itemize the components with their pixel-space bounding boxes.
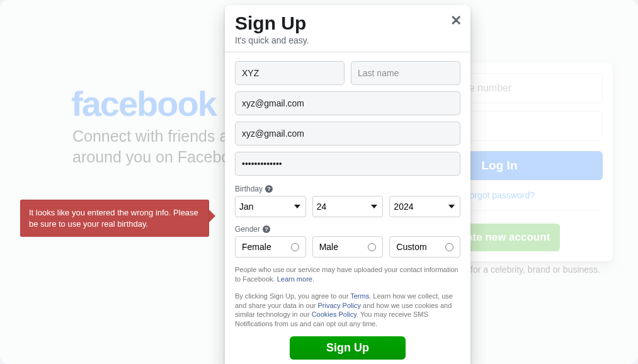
modal-title: Sign Up — [235, 13, 460, 34]
email-confirm-input[interactable] — [235, 122, 460, 145]
gender-label: Gender ? — [235, 225, 460, 234]
birth-day-select[interactable]: 24 — [312, 196, 384, 217]
modal-header: Sign Up It's quick and easy. ✕ — [225, 5, 470, 52]
gender-male-option[interactable]: Male — [312, 236, 384, 258]
help-icon[interactable]: ? — [265, 185, 273, 193]
gender-female-option[interactable]: Female — [235, 236, 306, 258]
birth-month-select[interactable]: Jan — [235, 196, 306, 217]
privacy-link[interactable]: Privacy Policy — [317, 302, 360, 309]
learn-more-link[interactable]: Learn more — [277, 275, 312, 283]
birth-year-select[interactable]: 2024 — [389, 196, 460, 217]
modal-body: Birthday ? Jan 24 2024 Gender ? Female M… — [225, 52, 470, 364]
last-name-input[interactable] — [351, 61, 460, 85]
terms-link[interactable]: Terms — [350, 292, 369, 300]
birthday-label: Birthday ? — [235, 185, 460, 193]
birthday-error-tooltip: It looks like you entered the wrong info… — [20, 200, 209, 237]
gender-custom-radio[interactable] — [445, 243, 453, 251]
gender-female-radio[interactable] — [291, 243, 299, 251]
close-icon[interactable]: ✕ — [450, 13, 462, 29]
upload-disclosure: People who use our service may have uplo… — [235, 265, 460, 284]
first-name-input[interactable] — [235, 61, 345, 85]
gender-male-radio[interactable] — [368, 243, 376, 251]
signup-modal: Sign Up It's quick and easy. ✕ Birthday … — [225, 5, 470, 364]
gender-custom-option[interactable]: Custom — [389, 236, 460, 258]
cookies-link[interactable]: Cookies Policy — [312, 310, 356, 318]
signup-button[interactable]: Sign Up — [290, 336, 406, 360]
password-input[interactable] — [235, 152, 460, 176]
modal-subtitle: It's quick and easy. — [235, 35, 460, 45]
terms-disclosure: By clicking Sign Up, you agree to our Te… — [235, 292, 460, 329]
help-icon[interactable]: ? — [263, 225, 270, 233]
email-input[interactable] — [235, 91, 460, 115]
